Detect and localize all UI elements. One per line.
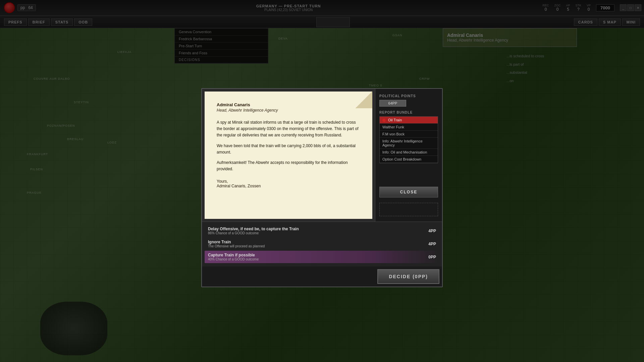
report-item-oil-train[interactable]: Oil Train: [380, 117, 438, 124]
letter-signer: Admiral Canaris, Zossen: [217, 184, 360, 188]
report-item-fm-von-bock[interactable]: F.M von Bock: [380, 131, 438, 138]
report-bundle-section: REPORT BUNDLE Oil Train Walther Funk F.M…: [379, 111, 438, 163]
decide-button[interactable]: DECIDE (0PP): [377, 269, 439, 284]
close-btn-container: CLOSE: [379, 187, 438, 197]
report-item-walther-funk[interactable]: Walther Funk: [380, 124, 438, 131]
pp-bar: 64PP: [379, 100, 406, 107]
decide-section: DECIDE (0PP): [202, 266, 442, 287]
report-item-option-cost[interactable]: Option Cost Breakdown: [380, 156, 438, 163]
political-points-section: POLITICAL POINTS 64PP: [379, 94, 438, 107]
letter-paper: Admiral Canaris Head, Abwehr Intelligenc…: [205, 92, 372, 219]
option-ignore-name: Ignore Train: [208, 240, 265, 244]
option-row-ignore[interactable]: Ignore Train The Offensive will proceed …: [205, 238, 439, 250]
letter-para2: We have been told that the train will be…: [217, 143, 360, 156]
letter-para3: Aufmerksamkeit! The Abwehr accepts no re…: [217, 160, 360, 172]
dialog-right-panel: POLITICAL POINTS 64PP REPORT BUNDLE Oil …: [375, 89, 442, 222]
letter-section: Admiral Canaris Head, Abwehr Intelligenc…: [202, 89, 375, 222]
letter-corner: [356, 92, 372, 108]
option-delay-cost: 4PP: [423, 229, 436, 233]
letter-closing: Yours,: [217, 179, 360, 184]
dashed-area: [379, 203, 438, 216]
report-list: Oil Train Walther Funk F.M von Bock Info…: [379, 116, 438, 163]
main-dialog: Admiral Canaris Head, Abwehr Intelligenc…: [201, 88, 443, 287]
report-item-abwehr-intel[interactable]: Info: Abwehr Intelligence Agency: [380, 138, 438, 149]
dialog-overlay: Admiral Canaris Head, Abwehr Intelligenc…: [0, 0, 644, 362]
option-delay-chance: 86% Chance of a GOOD outcome: [208, 231, 299, 235]
option-row-capture[interactable]: Capture Train if possible 40% Chance of …: [205, 251, 439, 263]
options-section: Delay Offensive, if need be, to capture …: [202, 222, 442, 266]
letter-from: Admiral Canaris: [217, 102, 360, 107]
option-ignore-chance: The Offensive will proceed as planned: [208, 244, 265, 248]
report-bundle-label: REPORT BUNDLE: [379, 111, 438, 114]
option-ignore-cost: 4PP: [423, 242, 436, 246]
close-button[interactable]: CLOSE: [379, 187, 438, 197]
dialog-main: Admiral Canaris Head, Abwehr Intelligenc…: [202, 89, 442, 222]
option-capture-chance: 40% Chance of a GOOD outcome: [208, 257, 259, 261]
report-item-oil-mech[interactable]: Info: Oil and Mechanisation: [380, 149, 438, 156]
option-capture-name: Capture Train if possible: [208, 253, 259, 257]
letter-para1: A spy at Minsk rail station informs us t…: [217, 119, 360, 139]
pp-section-label: POLITICAL POINTS: [379, 94, 438, 98]
letter-signature: Yours, Admiral Canaris, Zossen: [217, 179, 360, 188]
option-delay-name: Delay Offensive, if need be, to capture …: [208, 227, 299, 231]
letter-author-title: Head, Abwehr Intelligence Agency: [217, 108, 360, 113]
option-capture-cost: 0PP: [423, 255, 436, 259]
option-row-delay[interactable]: Delay Offensive, if need be, to capture …: [205, 225, 439, 237]
